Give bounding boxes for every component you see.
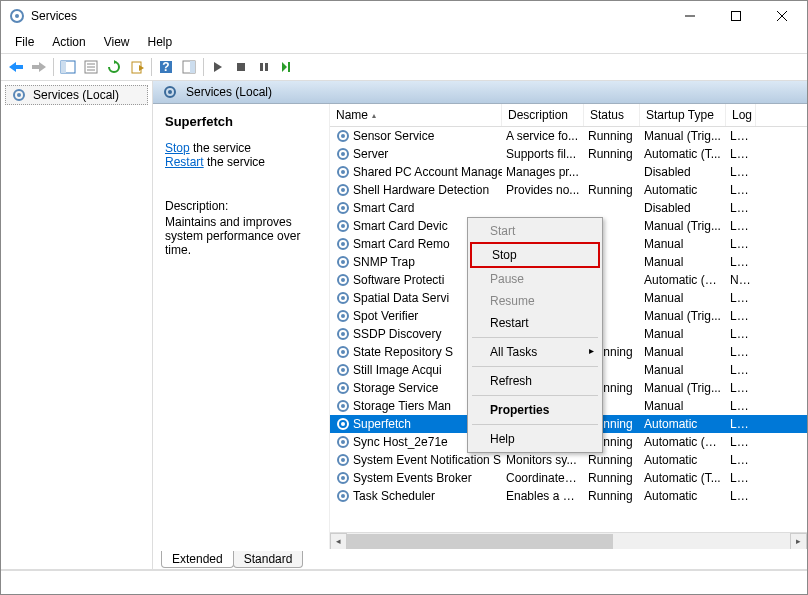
context-menu: Start Stop Pause Resume Restart All Task… (467, 217, 603, 453)
service-row[interactable]: ServerSupports fil...RunningAutomatic (T… (330, 145, 807, 163)
refresh-button[interactable] (103, 56, 125, 78)
restart-service-link-row: Restart the service (165, 155, 317, 169)
help-button[interactable]: ? (155, 56, 177, 78)
cell-logon: Loc... (726, 309, 756, 323)
ctx-restart[interactable]: Restart (470, 312, 600, 334)
svg-point-70 (341, 458, 345, 462)
action-pane-button[interactable] (178, 56, 200, 78)
restart-service-button[interactable] (276, 56, 298, 78)
svg-point-60 (341, 368, 345, 372)
menu-action[interactable]: Action (44, 33, 93, 51)
gear-icon (336, 237, 350, 251)
maximize-button[interactable] (713, 1, 759, 31)
ctx-separator (472, 395, 598, 396)
description-text: Maintains and improves system performanc… (165, 215, 317, 257)
list-header: Name Description Status Startup Type Log… (330, 104, 807, 127)
svg-marker-23 (214, 62, 222, 72)
service-row[interactable]: System Events BrokerCoordinates...Runnin… (330, 469, 807, 487)
column-startup-type[interactable]: Startup Type (640, 104, 726, 126)
ctx-properties[interactable]: Properties (470, 399, 600, 421)
svg-point-74 (341, 494, 345, 498)
back-button[interactable] (5, 56, 27, 78)
ctx-pause: Pause (470, 268, 600, 290)
gear-icon (336, 255, 350, 269)
tab-extended[interactable]: Extended (161, 551, 234, 568)
ctx-separator (472, 424, 598, 425)
cell-logon: Loc... (726, 471, 756, 485)
svg-marker-27 (282, 62, 287, 72)
column-logon[interactable]: Log On As (726, 104, 756, 126)
cell-status: Running (584, 471, 640, 485)
ctx-all-tasks[interactable]: All Tasks (470, 341, 600, 363)
cell-description: Coordinates... (502, 471, 584, 485)
detail-pane: Superfetch Stop the service Restart the … (153, 104, 330, 549)
menu-view[interactable]: View (96, 33, 138, 51)
cell-startup: Manual (640, 291, 726, 305)
svg-point-68 (341, 440, 345, 444)
cell-startup: Manual (640, 399, 726, 413)
svg-rect-7 (16, 65, 23, 69)
toolbar-separator (53, 58, 54, 76)
close-button[interactable] (759, 1, 805, 31)
cell-startup: Automatic (D... (640, 273, 726, 287)
gear-icon (336, 417, 350, 431)
stop-service-button[interactable] (230, 56, 252, 78)
ctx-help[interactable]: Help (470, 428, 600, 450)
tree-item-services-local[interactable]: Services (Local) (5, 85, 148, 105)
gear-icon (336, 201, 350, 215)
cell-startup: Manual (640, 363, 726, 377)
cell-logon: Loc... (726, 363, 756, 377)
restart-link[interactable]: Restart (165, 155, 204, 169)
service-row[interactable]: Smart CardDisabledLoc... (330, 199, 807, 217)
column-status[interactable]: Status (584, 104, 640, 126)
cell-name: Server (330, 147, 502, 161)
cell-logon: Loc... (726, 291, 756, 305)
svg-point-38 (341, 170, 345, 174)
selected-service-name: Superfetch (165, 114, 317, 129)
ctx-refresh[interactable]: Refresh (470, 370, 600, 392)
ctx-stop[interactable]: Stop (470, 242, 600, 268)
service-row[interactable]: Sensor ServiceA service fo...RunningManu… (330, 127, 807, 145)
svg-point-54 (341, 314, 345, 318)
gear-icon (336, 165, 350, 179)
forward-button[interactable] (28, 56, 50, 78)
scroll-left-button[interactable]: ◂ (330, 533, 347, 550)
cell-startup: Automatic (640, 417, 726, 431)
minimize-button[interactable] (667, 1, 713, 31)
cell-name: Sensor Service (330, 129, 502, 143)
cell-status: Running (584, 129, 640, 143)
svg-point-64 (341, 404, 345, 408)
export-button[interactable] (126, 56, 148, 78)
start-service-button[interactable] (207, 56, 229, 78)
menu-file[interactable]: File (7, 33, 42, 51)
properties-button[interactable] (80, 56, 102, 78)
svg-point-44 (341, 224, 345, 228)
svg-marker-8 (39, 62, 46, 72)
cell-logon: Loc... (726, 345, 756, 359)
pause-service-button[interactable] (253, 56, 275, 78)
stop-link[interactable]: Stop (165, 141, 190, 155)
column-description[interactable]: Description (502, 104, 584, 126)
tab-standard[interactable]: Standard (233, 551, 304, 568)
service-row[interactable]: Shell Hardware DetectionProvides no...Ru… (330, 181, 807, 199)
horizontal-scrollbar[interactable]: ◂ ▸ (330, 532, 807, 549)
svg-point-32 (168, 90, 172, 94)
cell-description: A service fo... (502, 129, 584, 143)
service-row[interactable]: Task SchedulerEnables a us...RunningAuto… (330, 487, 807, 505)
ctx-start: Start (470, 220, 600, 242)
service-row[interactable]: Shared PC Account ManagerManages pr...Di… (330, 163, 807, 181)
gear-icon (336, 309, 350, 323)
cell-startup: Manual (Trig... (640, 381, 726, 395)
gear-icon (336, 273, 350, 287)
column-name[interactable]: Name (330, 104, 502, 126)
menu-help[interactable]: Help (140, 33, 181, 51)
scroll-right-button[interactable]: ▸ (790, 533, 807, 550)
cell-startup: Disabled (640, 165, 726, 179)
cell-startup: Automatic (640, 183, 726, 197)
toolbar-separator (151, 58, 152, 76)
cell-logon: Loc... (726, 219, 756, 233)
cell-logon: Loc... (726, 165, 756, 179)
show-hide-tree-button[interactable] (57, 56, 79, 78)
service-row[interactable]: System Event Notification S...Monitors s… (330, 451, 807, 469)
scroll-thumb[interactable] (347, 534, 613, 549)
